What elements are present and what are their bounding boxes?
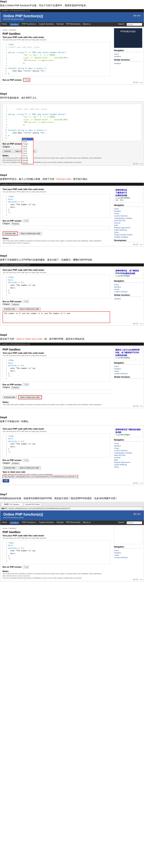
textarea-toggle[interactable]: Textarea: [11, 462, 20, 465]
sidenav-link[interactable]: Math: [114, 459, 142, 461]
nav-sandbox[interactable]: Sandbox: [9, 23, 20, 26]
sidenav-link[interactable]: Sandbox: [114, 62, 142, 65]
nav-tutorials[interactable]: Tutorials: [56, 521, 64, 524]
nav-sandbox[interactable]: Sandbox: [9, 521, 20, 524]
save-button[interactable]: Save or share your code: [19, 232, 42, 235]
execute-button[interactable]: Execute code: [3, 232, 18, 235]
sidenav-link[interactable]: Home: [114, 283, 142, 286]
fb-like-button[interactable]: 讚 / Like: [132, 14, 142, 18]
code-editor[interactable]: 1<?php 2$a=3; 3while($a <= 5){ 4 echo "T…: [3, 194, 110, 218]
sidenav-link[interactable]: Output Buffering: [114, 229, 142, 231]
code-editor[interactable]: 1<?php 2$a=3; 3while($a <= 5){ 4 echo "T…: [3, 434, 110, 457]
browser-tab[interactable]: Execute PHP Online: [24, 503, 41, 505]
nav-about[interactable]: About us: [83, 23, 90, 26]
sidenav-link[interactable]: Custom functions: [114, 290, 142, 293]
sidenav-link[interactable]: String Compare Search: [114, 234, 142, 236]
textarea-toggle[interactable]: Textarea: [11, 303, 20, 306]
sidenav-link[interactable]: Arrays: [114, 554, 142, 556]
ad-fpga[interactable]: FPGA 數位IC設計: [114, 28, 142, 48]
save-button[interactable]: Save or share your code: [19, 396, 41, 399]
sidenav-link[interactable]: Regular Expressions: [114, 226, 142, 229]
step4-desc: 接著下方就會顯示上方PHP執行結果的畫面，當有出錯了，也會顯示，哪幾行的PHP有…: [0, 258, 144, 262]
sidenav-link[interactable]: Sandbox: [114, 298, 142, 300]
execute-button[interactable]: Execute: [3, 150, 12, 153]
nav-search-input[interactable]: [126, 521, 142, 524]
browser-tab[interactable]: 【免費】PHP Sandbox …: [1, 503, 23, 506]
back-icon[interactable]: ◀: [1, 507, 3, 509]
sidenav-link[interactable]: Math: [114, 224, 142, 226]
sidenav-link[interactable]: Sandbox: [114, 210, 142, 212]
reload-icon[interactable]: ⟳: [5, 507, 7, 509]
sidenav-link[interactable]: Sandbox: [114, 368, 142, 370]
code-editor[interactable]: 1<?php 2//Enter your code here, enjoy! 3…: [3, 42, 110, 76]
nav-bench[interactable]: PHP Benchmark: [66, 521, 81, 524]
sidenav-link[interactable]: Output Buffering: [114, 463, 142, 466]
nav-bench[interactable]: PHP Benchmark: [66, 23, 81, 26]
ad-google[interactable]: [114, 527, 142, 544]
ad-google[interactable]: 讓更多人在Google搜尋時看到您，省下最高達NT$1500的廣告抵免額 Goo…: [114, 347, 142, 360]
version-dropdown[interactable]: 7.2.4 7.1.0 7.0.14 7.0.5 7.0.4 7.0.3 7.0…: [22, 138, 33, 164]
sidenav-link[interactable]: Custom functions: [114, 450, 142, 452]
nav-phpfn[interactable]: PHP Functions ▾: [22, 23, 36, 26]
nav-custom[interactable]: Custom functions: [38, 23, 54, 26]
sidenav-link[interactable]: Custom functions: [114, 372, 142, 375]
sidenav-link[interactable]: Sandbox: [114, 445, 142, 447]
version-select[interactable]: 7.2.4: [23, 383, 29, 386]
code-editor[interactable]: 1<?php 2$a=3; 3while($a <= 5){ 4 echo "T…: [3, 358, 110, 381]
version-select[interactable]: 7.2.4: [23, 566, 29, 568]
sidenav-link[interactable]: String: [114, 231, 142, 234]
ad-google[interactable]: 搜尋時看到這 下最高達NT$ 的廣告抵免額 Google廣告專屬優惠 首頁→廣告…: [114, 187, 142, 203]
ad-google[interactable]: 搜尋時看到這下最高達的廣告抵免額 Google廣告專屬優惠: [114, 427, 142, 437]
sidenav-link[interactable]: Home: [114, 442, 142, 445]
nav-tutorials[interactable]: Tutorials: [56, 23, 64, 26]
execute-button[interactable]: Execute code: [3, 307, 17, 310]
sidenav-link[interactable]: Arrays: [114, 212, 142, 215]
nav-search-input[interactable]: [126, 23, 142, 26]
nav-home[interactable]: Home: [2, 23, 7, 26]
version-select[interactable]: 7.2.4: [23, 219, 29, 222]
sidenav-link[interactable]: Arrays: [114, 370, 142, 372]
version-select[interactable]: 7.2.4: [24, 79, 30, 81]
nav-custom[interactable]: Custom functions: [38, 521, 54, 524]
sidenav-link[interactable]: Cryptography, Hashing: [114, 452, 142, 454]
textarea-toggle[interactable]: Textarea: [11, 222, 20, 225]
nav-home[interactable]: Home: [2, 521, 7, 524]
sidenav-link[interactable]: Custom functions: [114, 556, 142, 559]
sidenav-link[interactable]: Sandbox: [114, 55, 142, 58]
code-editor[interactable]: 1<?php 2$a=3; 3while($a <= 5){ 4 echo "T…: [3, 275, 110, 299]
sidenav-link[interactable]: Date and Time: [114, 219, 142, 222]
sidenav-link[interactable]: Home: [114, 53, 142, 55]
sidenav-link[interactable]: Sandbox: [114, 552, 142, 554]
browser-url[interactable]: sandbox.onlinephpfunctions.com/code/3e65…: [7, 507, 143, 510]
share-url-input[interactable]: [3, 475, 78, 478]
sidenav-link[interactable]: String: [114, 466, 142, 468]
nav-about[interactable]: About us: [83, 521, 90, 524]
fb-share-button[interactable]: 分享: [3, 479, 9, 483]
sidenav-link[interactable]: Regular Expressions: [114, 461, 142, 463]
forward-icon[interactable]: ▶: [3, 507, 5, 509]
sidenav-link[interactable]: Date and Time: [114, 454, 142, 457]
nav-phpfn[interactable]: PHP Functions ▾: [22, 521, 36, 524]
code-editor[interactable]: 1 2 //Enter your code here, enjoy! 3 4$a…: [3, 104, 141, 141]
sidenav-link[interactable]: Home: [114, 208, 142, 210]
fb-like-button[interactable]: 讚 / Like: [132, 513, 142, 516]
sidenav-link[interactable]: Cryptography, Hashing: [114, 217, 142, 219]
save-button[interactable]: Save or share your code: [18, 307, 41, 310]
sidenav-link[interactable]: Custom functions: [114, 215, 142, 217]
sidenav-link[interactable]: Home: [114, 365, 142, 368]
sidenav-link[interactable]: Home: [114, 549, 142, 552]
textarea-toggle[interactable]: Textarea: [11, 386, 20, 389]
ad-google[interactable]: 搜尋時看到這，省下最高達NT$1500的廣告抵免額 Google廣告專屬優惠: [114, 268, 142, 278]
sidenav-link[interactable]: General: [114, 457, 142, 459]
version-select[interactable]: 7.2.4: [23, 300, 29, 303]
execute-button[interactable]: Execute code: [3, 466, 17, 469]
version-select[interactable]: 7.2.4: [23, 459, 29, 462]
code-editor[interactable]: 1<?php 2$a=3; 3while($a <= 5){ 4 echo "T…: [3, 540, 110, 564]
sidenav-link[interactable]: Arrays: [114, 288, 142, 290]
sidenav-link[interactable]: Arrays: [114, 447, 142, 450]
sidenav-link[interactable]: Variable Handling: [114, 236, 142, 238]
save-button[interactable]: Save or share your code: [18, 466, 41, 469]
sidenav-link[interactable]: General: [114, 222, 142, 224]
execute-button[interactable]: Execute code: [3, 396, 17, 399]
sidenav-link[interactable]: Sandbox: [114, 286, 142, 288]
